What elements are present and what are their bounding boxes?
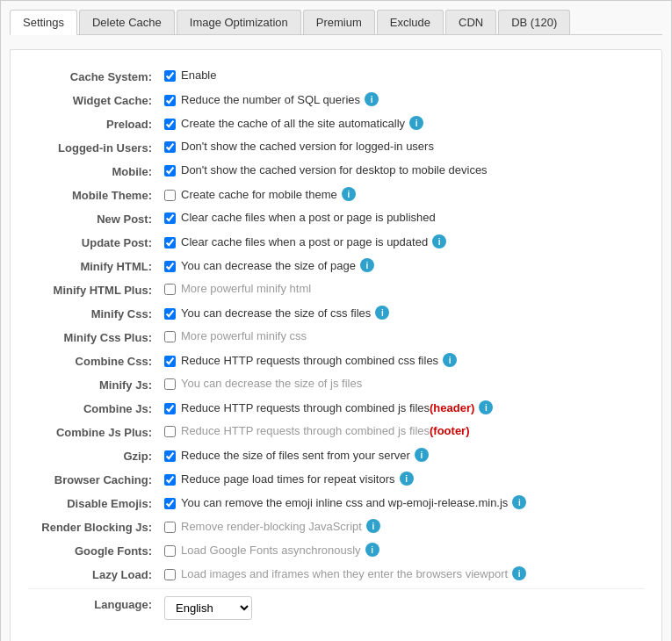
- info-icon[interactable]: i: [512, 495, 526, 509]
- settings-row: Combine Css:Reduce HTTP requests through…: [28, 349, 644, 372]
- checkbox[interactable]: [164, 212, 176, 224]
- info-icon[interactable]: i: [366, 519, 380, 533]
- info-icon[interactable]: i: [365, 92, 379, 106]
- checkbox[interactable]: [164, 569, 176, 580]
- row-extra-text: (header): [430, 401, 474, 414]
- row-label: Combine Js:: [28, 400, 164, 415]
- checkbox[interactable]: [164, 141, 176, 153]
- row-text: Reduce HTTP requests through combined js…: [181, 401, 430, 414]
- settings-row: Google Fonts:Load Google Fonts asynchron…: [28, 538, 644, 562]
- row-label: Minify HTML:: [28, 258, 164, 273]
- info-icon[interactable]: i: [443, 353, 457, 367]
- info-icon[interactable]: i: [365, 543, 379, 557]
- row-text: Create the cache of all the site automat…: [181, 117, 405, 130]
- settings-row: Minify Js:You can decrease the size of j…: [28, 372, 644, 396]
- info-icon[interactable]: i: [512, 566, 526, 580]
- info-icon[interactable]: i: [479, 400, 493, 414]
- row-text: Reduce the number of SQL queries: [181, 93, 360, 106]
- info-icon[interactable]: i: [432, 234, 446, 248]
- row-label: Logged-in Users:: [28, 140, 164, 155]
- checkbox[interactable]: [164, 284, 176, 295]
- main-container: SettingsDelete CacheImage OptimizationPr…: [0, 0, 672, 641]
- settings-panel: Cache System:EnableWidget Cache:Reduce t…: [10, 49, 662, 641]
- row-text: Reduce the size of files sent from your …: [181, 449, 410, 462]
- settings-row: Widget Cache:Reduce the number of SQL qu…: [28, 88, 644, 112]
- row-text: Clear cache files when a post or page is…: [181, 235, 428, 248]
- settings-row: New Post:Clear cache files when a post o…: [28, 206, 644, 230]
- checkbox[interactable]: [164, 378, 176, 390]
- checkbox[interactable]: [164, 403, 176, 414]
- checkbox[interactable]: [164, 95, 176, 106]
- row-label: Lazy Load:: [28, 566, 164, 581]
- settings-row: Minify Css Plus:More powerful minify css: [28, 325, 644, 349]
- row-text: Don't show the cached version for logged…: [181, 140, 434, 153]
- info-icon[interactable]: i: [342, 187, 356, 201]
- row-label: New Post:: [28, 211, 164, 226]
- tab-cdn[interactable]: CDN: [445, 10, 496, 34]
- settings-row: Minify HTML Plus:More powerful minify ht…: [28, 277, 644, 301]
- row-text: Reduce page load times for repeat visito…: [181, 472, 395, 486]
- checkbox[interactable]: [164, 190, 176, 201]
- checkbox[interactable]: [164, 522, 176, 533]
- row-label: Widget Cache:: [28, 92, 164, 107]
- checkbox[interactable]: [164, 331, 176, 342]
- settings-row: Mobile:Don't show the cached version for…: [28, 159, 644, 183]
- settings-row: Update Post:Clear cache files when a pos…: [28, 230, 644, 254]
- settings-row: Logged-in Users:Don't show the cached ve…: [28, 135, 644, 159]
- checkbox[interactable]: [164, 426, 176, 437]
- info-icon[interactable]: i: [400, 472, 414, 486]
- row-label: Cache System:: [28, 68, 164, 83]
- tab-premium[interactable]: Premium: [303, 10, 375, 34]
- checkbox[interactable]: [164, 119, 176, 130]
- row-text: Load Google Fonts asynchronously: [181, 544, 361, 557]
- row-label: Gzip:: [28, 448, 164, 463]
- tab-delete-cache[interactable]: Delete Cache: [79, 10, 175, 34]
- row-label: Disable Emojis:: [28, 495, 164, 510]
- settings-row: Cache System:Enable: [28, 64, 644, 88]
- settings-row: Mobile Theme:Create cache for mobile the…: [28, 183, 644, 206]
- tab-settings[interactable]: Settings: [10, 10, 77, 35]
- row-label: Preload:: [28, 116, 164, 131]
- row-text: Create cache for mobile theme: [181, 188, 337, 201]
- checkbox[interactable]: [164, 498, 176, 509]
- settings-row: Preload:Create the cache of all the site…: [28, 112, 644, 135]
- info-icon[interactable]: i: [415, 448, 429, 462]
- settings-row: Combine Js Plus:Reduce HTTP requests thr…: [28, 420, 644, 443]
- checkbox[interactable]: [164, 474, 176, 486]
- tab-exclude[interactable]: Exclude: [377, 10, 444, 34]
- checkbox[interactable]: [164, 70, 176, 82]
- row-text: Enable: [181, 68, 216, 82]
- row-label: Combine Css:: [28, 353, 164, 368]
- row-label: Minify Js:: [28, 377, 164, 392]
- info-icon[interactable]: i: [375, 306, 389, 320]
- checkbox[interactable]: [164, 165, 176, 176]
- checkbox[interactable]: [164, 308, 176, 320]
- settings-row: Render Blocking Js:Remove render-blockin…: [28, 515, 644, 538]
- settings-row: Gzip:Reduce the size of files sent from …: [28, 443, 644, 467]
- info-icon[interactable]: i: [360, 258, 374, 272]
- settings-row: Minify Css:You can decrease the size of …: [28, 301, 644, 325]
- row-label: Google Fonts:: [28, 543, 164, 558]
- checkbox[interactable]: [164, 450, 176, 462]
- language-select[interactable]: EnglishFrenchSpanishGerman: [164, 596, 252, 620]
- row-label: Combine Js Plus:: [28, 424, 164, 439]
- row-extra-text: (footer): [430, 424, 470, 437]
- settings-row: Lazy Load:Load images and iframes when t…: [28, 562, 644, 586]
- settings-row: Disable Emojis:You can remove the emoji …: [28, 491, 644, 515]
- tab-db-(120)[interactable]: DB (120): [498, 10, 570, 34]
- row-text: Load images and iframes when they enter …: [181, 567, 508, 580]
- row-text: Clear cache files when a post or page is…: [181, 211, 436, 224]
- settings-row: Combine Js:Reduce HTTP requests through …: [28, 396, 644, 420]
- checkbox[interactable]: [164, 237, 176, 248]
- checkbox[interactable]: [164, 261, 176, 272]
- info-icon[interactable]: i: [409, 116, 423, 130]
- row-label: Browser Caching:: [28, 472, 164, 486]
- row-label: Minify Css Plus:: [28, 329, 164, 344]
- row-label: Render Blocking Js:: [28, 519, 164, 534]
- settings-row: Browser Caching:Reduce page load times f…: [28, 467, 644, 491]
- row-label: Minify HTML Plus:: [28, 282, 164, 297]
- row-text: Remove render-blocking JavaScript: [181, 520, 362, 533]
- checkbox[interactable]: [164, 545, 176, 557]
- checkbox[interactable]: [164, 356, 176, 367]
- tab-image-optimization[interactable]: Image Optimization: [177, 10, 301, 34]
